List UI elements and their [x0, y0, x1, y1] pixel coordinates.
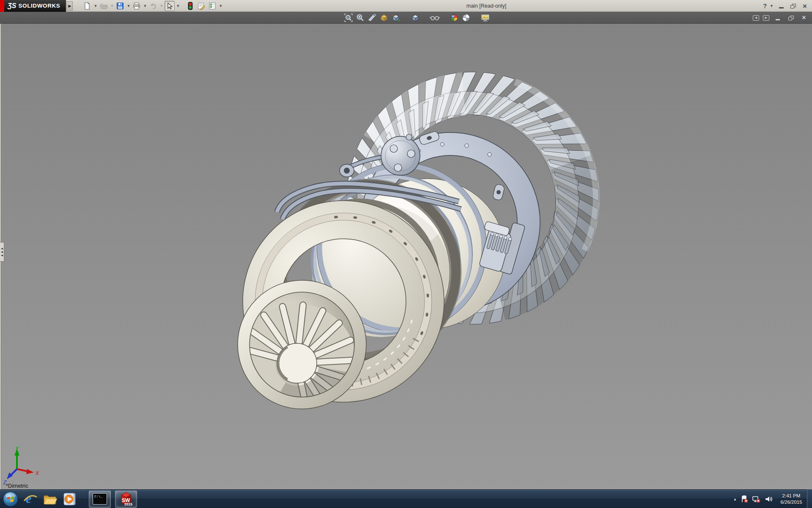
taskbar-clock[interactable]: 2:41 PM 6/26/2015	[776, 493, 806, 505]
select-dropdown[interactable]: ▼	[176, 4, 180, 8]
clock-date: 6/26/2015	[776, 499, 806, 505]
help-dropdown[interactable]: ▼	[769, 4, 774, 8]
document-window-controls: ◀ ▶ ×	[753, 13, 809, 23]
undo-button[interactable]	[148, 1, 158, 11]
collapse-arrow-icon: ◀	[1, 247, 3, 250]
x-axis-label: X	[35, 470, 39, 476]
dassault-logo-mark: ƷS	[8, 2, 16, 10]
network-status-icon[interactable]	[752, 495, 760, 503]
orientation-triad: Y X Z	[3, 445, 43, 486]
traffic-light-icon	[187, 2, 193, 10]
collapse-left-pane-button[interactable]: ◀	[753, 15, 759, 21]
save-button[interactable]	[115, 1, 125, 11]
window-controls: ? ▼ ×	[763, 0, 809, 12]
view-settings-button[interactable]	[480, 13, 491, 23]
svg-text:2015: 2015	[124, 502, 132, 506]
start-button[interactable]	[3, 491, 19, 508]
document-toolbar-strip: ◀ ▶ ×	[0, 12, 812, 24]
collapse-arrow-icon: ◀	[1, 254, 3, 257]
save-dropdown[interactable]: ▼	[126, 4, 131, 8]
taskbar-item-internet-explorer[interactable]: e	[23, 491, 38, 508]
desktop: ƷS SOLIDWORKS ▶ ▼ ▼ ▼ ▼ ▼ ▼	[0, 0, 812, 508]
rebuild-button[interactable]	[185, 1, 195, 11]
standard-toolbar: ▼ ▼ ▼ ▼ ▼ ▼ ▼	[82, 1, 223, 11]
graphics-viewport[interactable]: ◀ ◀ ◀ Y X Z *Dimetric	[0, 24, 812, 489]
view-cube-button[interactable]	[410, 13, 420, 23]
show-desktop-button[interactable]	[807, 489, 812, 508]
logo-red-stripe	[0, 0, 4, 12]
window-title: main [Read-only]	[440, 3, 533, 9]
app-titlebar: ƷS SOLIDWORKS ▶ ▼ ▼ ▼ ▼ ▼ ▼	[0, 0, 812, 12]
menu-expand-arrow[interactable]: ▶	[66, 1, 73, 11]
windows-taskbar: e C:\_	[0, 489, 812, 508]
solidworks-2015-icon: SW 2015	[119, 491, 133, 507]
new-dropdown[interactable]: ▼	[93, 4, 98, 8]
save-floppy-icon	[116, 2, 124, 10]
collapse-arrow-icon: ◀	[1, 251, 3, 253]
show-hidden-icons-button[interactable]: ▲	[733, 497, 737, 501]
zoom-to-fit-button[interactable]	[343, 13, 354, 23]
internet-explorer-icon: e	[23, 491, 38, 507]
help-button[interactable]: ?	[763, 3, 767, 9]
restore-button[interactable]	[788, 2, 798, 10]
sheet-pencil-icon	[197, 2, 206, 10]
view-orientation-label: *Dimetric	[6, 483, 28, 489]
zoom-area-icon	[356, 13, 365, 22]
mount-pad-side	[492, 184, 505, 201]
taskbar-item-media-player[interactable]	[62, 491, 77, 508]
x-axis-arrow	[26, 469, 34, 474]
apply-scene-button[interactable]	[461, 13, 471, 23]
action-center-flag-icon[interactable]	[741, 495, 748, 503]
open-dropdown[interactable]: ▼	[110, 4, 114, 8]
command-prompt-icon: C:\_	[93, 493, 107, 505]
section-knife-icon	[368, 13, 377, 22]
open-button[interactable]	[99, 1, 109, 11]
undo-dropdown[interactable]: ▼	[159, 4, 164, 8]
cursor-arrow-icon	[166, 2, 173, 10]
folder-icon	[42, 491, 58, 507]
system-tray: ▲ 2:41 PM 6/26/2015	[733, 490, 806, 508]
select-button[interactable]	[165, 1, 175, 11]
engine-model	[0, 24, 812, 489]
edit-appearance-button[interactable]	[449, 13, 459, 23]
checkered-sphere-icon	[461, 13, 471, 22]
eyeglasses-icon	[430, 13, 440, 22]
taskbar-item-solidworks-2015[interactable]: SW 2015	[115, 491, 137, 508]
taskbar-item-file-explorer[interactable]	[42, 491, 58, 508]
media-player-icon	[62, 491, 77, 507]
doc-minimize-button[interactable]	[773, 14, 782, 22]
feature-panel-collapse-tab[interactable]: ◀ ◀ ◀	[0, 242, 4, 262]
zoom-fit-icon	[344, 13, 353, 22]
expand-right-pane-button[interactable]: ▶	[763, 15, 769, 21]
doc-restore-button[interactable]	[786, 14, 796, 22]
options-dropdown[interactable]: ▼	[218, 4, 223, 8]
section-view-button[interactable]	[367, 13, 377, 23]
color-sphere-icon	[450, 13, 459, 22]
file-properties-button[interactable]	[196, 1, 206, 11]
windows-start-icon	[3, 491, 19, 507]
clock-time: 2:41 PM	[776, 493, 806, 499]
view-orientation-button[interactable]	[379, 13, 389, 23]
taskbar-item-command-prompt[interactable]: C:\_	[89, 491, 111, 508]
minimize-button[interactable]	[776, 2, 786, 10]
blue-cube-icon	[411, 13, 420, 22]
y-axis-label: Y	[15, 446, 19, 452]
zoom-to-area-button[interactable]	[355, 13, 365, 23]
print-dropdown[interactable]: ▼	[143, 4, 147, 8]
solidworks-logo: ƷS SOLIDWORKS	[4, 0, 66, 12]
display-style-button[interactable]	[391, 13, 401, 23]
print-button[interactable]	[132, 1, 142, 11]
options-button[interactable]	[207, 1, 217, 11]
doc-close-button[interactable]: ×	[799, 14, 809, 22]
solidworks-wordmark: SOLIDWORKS	[18, 3, 60, 9]
display-style-cube-icon	[391, 13, 401, 22]
hide-show-items-button[interactable]	[430, 13, 440, 23]
checklist-icon	[208, 2, 217, 10]
open-folder-icon	[99, 2, 108, 10]
cone-hub	[277, 343, 317, 383]
close-button[interactable]: ×	[800, 2, 809, 10]
volume-icon[interactable]	[764, 495, 773, 503]
new-button[interactable]	[82, 1, 92, 11]
headsup-view-toolbar	[343, 13, 491, 23]
new-document-icon	[83, 2, 91, 10]
